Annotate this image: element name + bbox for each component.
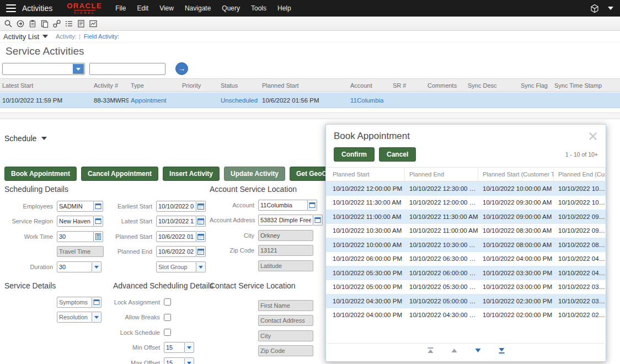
city-input[interactable] bbox=[258, 230, 313, 241]
latitude-input[interactable] bbox=[258, 260, 313, 271]
zip-input[interactable] bbox=[258, 245, 313, 256]
view-dropdown[interactable]: Activity List bbox=[3, 33, 39, 41]
schedule-caret-icon[interactable] bbox=[41, 137, 47, 143]
cancel-appointment-button[interactable]: Cancel Appointment bbox=[81, 167, 158, 181]
dropdown-caret-icon[interactable] bbox=[73, 64, 84, 74]
go-button[interactable]: → bbox=[175, 62, 188, 75]
column-header[interactable]: Activity # bbox=[92, 82, 129, 89]
latest-start-input[interactable] bbox=[156, 216, 196, 227]
contact-address-input[interactable] bbox=[258, 315, 313, 326]
planned-end-input[interactable] bbox=[156, 246, 196, 257]
column-header[interactable]: Sync Time Stamp bbox=[552, 82, 616, 89]
max-offset-caret-icon[interactable] bbox=[185, 357, 194, 364]
query-value-input[interactable] bbox=[89, 63, 165, 75]
slot-row[interactable]: 10/10/2022 05:00:00 PM10/10/2022 05:30:0… bbox=[326, 280, 606, 295]
query-field-dropdown[interactable] bbox=[2, 63, 85, 75]
activity-row[interactable]: 10/10/2022 11:59 PM88-33MWR9AppointmentU… bbox=[0, 93, 620, 108]
slot-column-header[interactable]: Planned Start (Customer Time) bbox=[478, 168, 554, 181]
menu-view[interactable]: View bbox=[154, 0, 179, 17]
slot-row[interactable]: 10/10/2022 11:30:00 AM10/10/2022 12:00:0… bbox=[326, 196, 606, 210]
contact-city-input[interactable] bbox=[258, 330, 313, 341]
slot-row[interactable]: 10/10/2022 11:00:00 AM10/10/2022 11:30:0… bbox=[326, 210, 606, 224]
resolution-caret-icon[interactable] bbox=[92, 312, 101, 323]
lock-assignment-checkbox[interactable] bbox=[164, 298, 171, 306]
min-offset-caret-icon[interactable] bbox=[185, 342, 194, 353]
column-header[interactable]: Status bbox=[218, 82, 260, 89]
slot-group-caret-icon[interactable] bbox=[196, 261, 206, 272]
close-icon[interactable] bbox=[588, 131, 598, 141]
cell-link[interactable]: 11Columbia bbox=[348, 97, 391, 104]
column-header[interactable]: Type bbox=[129, 82, 180, 89]
planned-end-calendar-icon[interactable] bbox=[196, 246, 206, 257]
column-header[interactable]: Sync Flag bbox=[519, 82, 552, 89]
slot-column-header[interactable]: Planned Start bbox=[326, 168, 405, 181]
employees-input[interactable] bbox=[57, 201, 94, 212]
chart-icon[interactable] bbox=[87, 18, 99, 29]
slot-row[interactable]: 10/10/2022 04:30:00 PM10/10/2022 05:00:0… bbox=[326, 294, 606, 308]
view-caret-icon[interactable] bbox=[42, 35, 48, 41]
allow-breaks-checkbox[interactable] bbox=[164, 314, 171, 321]
symptoms-input[interactable] bbox=[57, 297, 92, 308]
planned-start-calendar-icon[interactable] bbox=[196, 231, 206, 242]
column-header[interactable]: Account bbox=[348, 82, 391, 89]
resolution-input[interactable] bbox=[57, 312, 92, 323]
copy-icon[interactable] bbox=[39, 18, 50, 29]
slot-column-header[interactable]: Planned End bbox=[405, 168, 478, 181]
column-header[interactable]: Planned Start bbox=[260, 82, 348, 89]
cell-link[interactable]: Unscheduled bbox=[218, 97, 260, 104]
account-address-pick-icon[interactable] bbox=[313, 215, 323, 226]
slot-column-header[interactable]: Planned End (Customer Time) bbox=[554, 168, 606, 181]
menu-file[interactable]: File bbox=[110, 0, 131, 17]
column-header[interactable]: Comments bbox=[425, 82, 466, 89]
cell-link[interactable]: Appointment bbox=[129, 97, 180, 104]
column-header[interactable]: Sync Desc bbox=[466, 82, 519, 89]
planned-start-input[interactable] bbox=[156, 231, 196, 242]
earliest-start-calendar-icon[interactable] bbox=[196, 201, 206, 212]
settings-caret-icon[interactable] bbox=[608, 7, 613, 13]
report-icon[interactable] bbox=[75, 18, 87, 29]
symptoms-pick-icon[interactable] bbox=[92, 297, 101, 308]
min-offset-input[interactable] bbox=[164, 342, 185, 353]
account-pick-icon[interactable] bbox=[308, 200, 317, 211]
menu-help[interactable]: Help bbox=[272, 0, 297, 17]
check-in-icon[interactable] bbox=[26, 18, 38, 29]
confirm-button[interactable]: Confirm bbox=[334, 147, 375, 162]
next-record-icon[interactable] bbox=[474, 347, 482, 354]
column-header[interactable]: Latest Start bbox=[0, 82, 92, 89]
slot-group-input[interactable] bbox=[156, 261, 196, 272]
earliest-start-input[interactable] bbox=[156, 201, 196, 212]
menu-query[interactable]: Query bbox=[216, 0, 245, 17]
account-address-input[interactable] bbox=[258, 215, 313, 226]
book-appointment-button[interactable]: Book Appointment bbox=[4, 167, 77, 181]
site-map-icon[interactable] bbox=[590, 4, 599, 13]
menu-tools[interactable]: Tools bbox=[245, 0, 272, 17]
insert-activity-button[interactable]: Insert Activity bbox=[163, 167, 220, 181]
account-input[interactable] bbox=[258, 200, 308, 211]
contact-zip-input[interactable] bbox=[258, 345, 313, 356]
breadcrumb-field-activity[interactable]: Field Activity: bbox=[84, 33, 119, 40]
list-icon[interactable] bbox=[63, 18, 74, 29]
previous-record-icon[interactable] bbox=[451, 347, 458, 354]
link-icon[interactable] bbox=[51, 18, 62, 29]
service-region-input[interactable] bbox=[57, 216, 94, 227]
column-header[interactable]: SR # bbox=[391, 82, 425, 89]
first-name-input[interactable] bbox=[258, 300, 313, 311]
execute-query-icon[interactable] bbox=[14, 18, 26, 29]
work-time-input[interactable] bbox=[57, 231, 94, 242]
slot-row[interactable]: 10/10/2022 06:00:00 PM10/10/2022 06:30:0… bbox=[326, 252, 606, 266]
duration-caret-icon[interactable] bbox=[92, 261, 101, 272]
first-record-icon[interactable] bbox=[427, 347, 434, 354]
slot-row[interactable]: 10/10/2022 12:00:00 PM10/10/2022 12:30:0… bbox=[326, 181, 606, 196]
duration-input[interactable] bbox=[57, 261, 92, 272]
update-activity-button[interactable]: Update Activity bbox=[224, 167, 285, 181]
column-header[interactable]: Priority bbox=[180, 82, 218, 89]
applet-splitter[interactable] bbox=[0, 113, 620, 119]
menu-edit[interactable]: Edit bbox=[131, 0, 154, 17]
slot-row[interactable]: 10/10/2022 10:00:00 AM10/10/2022 10:30:0… bbox=[326, 238, 606, 252]
latest-start-calendar-icon[interactable] bbox=[196, 216, 206, 227]
max-offset-input[interactable] bbox=[164, 357, 185, 364]
breadcrumb-activity[interactable]: Activity: bbox=[56, 33, 77, 40]
travel-time-input[interactable] bbox=[57, 246, 104, 257]
slot-row[interactable]: 10/10/2022 10:30:00 AM10/10/2022 11:00:0… bbox=[326, 224, 606, 238]
cancel-button[interactable]: Cancel bbox=[379, 147, 416, 162]
